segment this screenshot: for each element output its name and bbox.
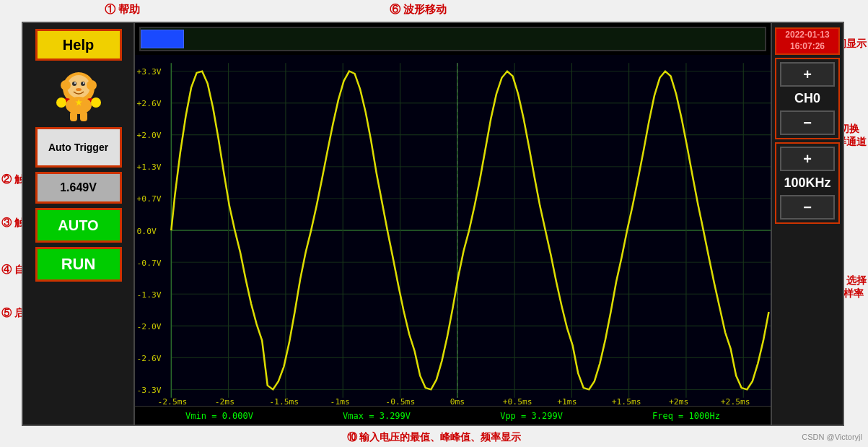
samplerate-plus-button[interactable]: + [780,147,835,171]
svg-text:-1.3V: -1.3V [137,290,162,299]
trigger-voltage-display: 1.649V [35,172,122,204]
svg-text:+2.5ms: +2.5ms [721,397,750,406]
sample-rate-group: + 100KHz − [775,142,840,224]
annotation-1: ① 帮助 [105,3,140,17]
channel-label: CH0 [794,88,820,109]
svg-point-8 [87,80,97,90]
watermark: CSDN @Victoryjl [802,433,862,441]
samplerate-label: 100KHz [784,173,830,194]
svg-text:0ms: 0ms [450,397,465,406]
svg-text:+2ms: +2ms [669,397,688,406]
svg-point-5 [83,82,84,84]
svg-text:-2.6V: -2.6V [137,354,162,363]
channel-plus-button[interactable]: + [780,62,835,87]
svg-text:-3.3V: -3.3V [137,386,162,394]
channel-selector-group: + CH0 − [775,58,840,139]
svg-point-2 [72,82,76,86]
scope-screen: +3.3V +2.6V +2.0V +1.3V +0.7V 0.0V -0.7V… [135,23,771,425]
svg-text:-1.5ms: -1.5ms [269,397,299,406]
svg-point-4 [74,82,76,84]
main-container: Help [22,22,844,426]
help-button[interactable]: Help [35,29,122,61]
svg-text:+1ms: +1ms [557,397,577,406]
trigger-mode-button[interactable]: Auto Trigger [35,127,122,168]
svg-text:-1ms: -1ms [330,397,350,406]
scope-display: +3.3V +2.6V +2.0V +1.3V +0.7V 0.0V -0.7V… [135,55,771,406]
svg-point-13 [56,97,66,108]
svg-point-14 [91,97,101,108]
svg-text:+1.3V: +1.3V [137,163,162,172]
scope-top-bar [135,23,771,55]
svg-text:-2.5ms: -2.5ms [157,397,187,406]
date-line: 2022-01-13 [785,30,829,41]
channel-minus-button[interactable]: − [780,110,835,135]
time-line: 16:07:26 [790,41,825,53]
svg-rect-12 [80,111,87,121]
svg-text:-2.0V: -2.0V [137,322,162,331]
svg-text:+2.0V: +2.0V [137,131,162,140]
svg-text:+1.5ms: +1.5ms [612,397,641,406]
scroll-indicator [141,30,184,48]
svg-point-7 [61,80,71,90]
stat-freq: Freq = 1000Hz [652,411,720,421]
svg-text:+2.6V: +2.6V [137,100,162,108]
stat-vmax: Vmax = 3.299V [343,411,411,421]
left-panel: Help [23,23,135,425]
svg-text:-0.5ms: -0.5ms [385,397,415,406]
svg-text:+0.5ms: +0.5ms [503,397,532,406]
svg-text:-0.7V: -0.7V [137,259,162,267]
stat-vpp: Vpp = 3.299V [500,411,563,421]
samplerate-minus-button[interactable]: − [780,195,835,220]
scope-grid-svg: +3.3V +2.6V +2.0V +1.3V +0.7V 0.0V -0.7V… [135,55,771,406]
svg-text:+0.7V: +0.7V [137,195,162,204]
svg-text:-2ms: -2ms [215,397,234,406]
mascot-image [50,65,108,123]
svg-text:0.0V: 0.0V [137,227,157,235]
right-panel: 2022-01-13 16:07:26 + CH0 − + 100KHz − [771,23,843,425]
auto-button[interactable]: AUTO [35,208,122,243]
svg-point-1 [67,75,90,98]
waveform-scroll[interactable] [139,27,766,51]
svg-rect-11 [70,111,77,121]
run-button[interactable]: RUN [35,247,122,282]
datetime-display: 2022-01-13 16:07:26 [775,27,840,55]
annotation-6: ⑥ 波形移动 [390,3,447,17]
annotation-10: ⑩ 输入电压的最值、峰峰值、频率显示 [347,431,522,444]
svg-point-6 [76,88,82,91]
svg-text:+3.3V: +3.3V [137,68,162,77]
scope-stats-bar: Vmin = 0.000V Vmax = 3.299V Vpp = 3.299V… [135,406,771,425]
stat-vmin: Vmin = 0.000V [185,411,253,421]
svg-point-3 [81,82,85,86]
